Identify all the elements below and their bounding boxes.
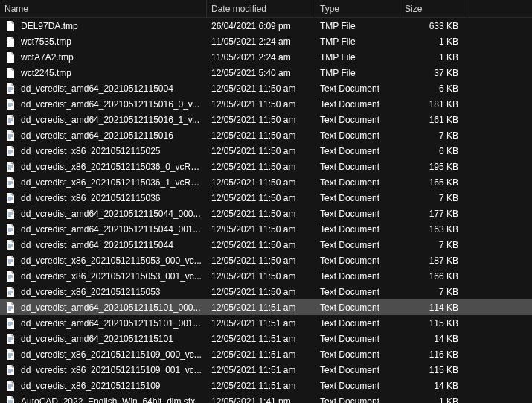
file-date-cell: 12/05/2021 11:51 am	[207, 349, 315, 360]
file-row[interactable]: dd_vcredist_x86_20210512115053_000_vc...…	[0, 253, 532, 268]
file-name-cell[interactable]: dd_vcredist_x86_20210512115109_001_vc...	[0, 364, 207, 376]
file-name-cell[interactable]: dd_vcredist_x86_20210512115025	[0, 145, 207, 157]
file-row[interactable]: dd_vcredist_amd64_20210512115101_000...1…	[0, 299, 532, 315]
file-size-cell: 7 KB	[400, 130, 467, 141]
file-name-label: dd_vcredist_x86_20210512115036	[21, 193, 161, 203]
file-name-cell[interactable]: dd_vcredist_amd64_20210512115101_001...	[0, 317, 207, 329]
file-name-cell[interactable]: wct2245.tmp	[0, 67, 207, 79]
file-row[interactable]: dd_vcredist_x86_20210512115109_000_vc...…	[0, 346, 532, 362]
file-name-cell[interactable]: dd_vcredist_x86_20210512115036_1_vcRu...	[0, 177, 207, 188]
text-file-icon	[4, 333, 16, 345]
file-name-cell[interactable]: wctA7A2.tmp	[0, 51, 207, 63]
file-name-label: AutoCAD_2022_English_Win_64bit_dlm.sfx	[21, 396, 195, 404]
file-row[interactable]: dd_vcredist_amd64_20210512115016_1_v...1…	[0, 112, 532, 127]
file-size-cell: 14 KB	[400, 334, 467, 344]
file-name-cell[interactable]: dd_vcredist_amd64_20210512115044_001...	[0, 223, 207, 235]
file-row[interactable]: dd_vcredist_amd64_20210512115044_001...1…	[0, 221, 532, 237]
file-name-cell[interactable]: DEL97DA.tmp	[0, 20, 207, 32]
file-size-cell: 7 KB	[400, 193, 467, 203]
column-header-name[interactable]: Name	[0, 0, 207, 17]
blank-file-icon	[4, 51, 16, 63]
file-date-cell: 12/05/2021 11:50 am	[207, 240, 315, 250]
file-row[interactable]: dd_vcredist_amd64_20210512115101_001...1…	[0, 315, 532, 331]
file-type-cell: Text Document	[315, 177, 400, 188]
file-name-cell[interactable]: dd_vcredist_amd64_20210512115016_1_v...	[0, 114, 207, 126]
file-size-cell: 165 KB	[400, 177, 467, 188]
column-header-size-label: Size	[405, 4, 422, 14]
file-name-cell[interactable]: dd_vcredist_amd64_20210512115101_000...	[0, 302, 207, 314]
file-size-cell: 6 KB	[400, 146, 467, 156]
file-row[interactable]: dd_vcredist_amd64_2021051211500412/05/20…	[0, 80, 532, 96]
file-name-cell[interactable]: dd_vcredist_amd64_20210512115004	[0, 83, 207, 95]
file-size-cell: 161 KB	[400, 115, 467, 125]
file-row[interactable]: wctA7A2.tmp11/05/2021 2:24 amTMP File1 K…	[0, 49, 532, 65]
file-name-cell[interactable]: dd_vcredist_x86_20210512115036	[0, 192, 207, 204]
file-name-cell[interactable]: dd_vcredist_amd64_20210512115016	[0, 130, 207, 142]
file-date-cell: 12/05/2021 11:51 am	[207, 334, 315, 344]
file-type-cell: Text Document	[315, 209, 400, 219]
file-row[interactable]: dd_vcredist_x86_20210512115053_001_vc...…	[0, 268, 532, 284]
file-name-cell[interactable]: dd_vcredist_x86_20210512115053_001_vc...	[0, 270, 207, 282]
file-type-cell: Text Document	[315, 130, 400, 141]
text-file-icon	[4, 98, 16, 110]
file-name-cell[interactable]: dd_vcredist_x86_20210512115053_000_vc...	[0, 255, 207, 267]
column-header-type[interactable]: Type	[315, 0, 400, 17]
file-name-cell[interactable]: dd_vcredist_amd64_20210512115101	[0, 333, 207, 345]
file-type-cell: TMP File	[315, 68, 400, 78]
file-name-label: dd_vcredist_x86_20210512115036_0_vcRu...	[21, 162, 202, 172]
file-row[interactable]: dd_vcredist_x86_2021051211503612/05/2021…	[0, 190, 532, 206]
file-name-label: dd_vcredist_amd64_20210512115101_001...	[21, 318, 201, 329]
file-name-label: dd_vcredist_amd64_20210512115016_1_v...	[21, 115, 199, 125]
blank-file-icon	[4, 67, 16, 79]
file-name-cell[interactable]: dd_vcredist_amd64_20210512115044	[0, 239, 207, 251]
file-date-cell: 12/05/2021 11:50 am	[207, 130, 315, 141]
file-type-cell: Text Document	[315, 334, 400, 344]
file-name-cell[interactable]: AutoCAD_2022_English_Win_64bit_dlm.sfx	[0, 396, 207, 404]
file-row[interactable]: wct7535.tmp11/05/2021 2:24 amTMP File1 K…	[0, 34, 532, 49]
file-name-cell[interactable]: dd_vcredist_amd64_20210512115044_000...	[0, 208, 207, 220]
file-row[interactable]: dd_vcredist_x86_20210512115036_0_vcRu...…	[0, 159, 532, 174]
file-row[interactable]: AutoCAD_2022_English_Win_64bit_dlm.sfx12…	[0, 393, 532, 403]
text-file-icon	[4, 270, 16, 282]
file-row[interactable]: dd_vcredist_x86_2021051211505312/05/2021…	[0, 284, 532, 299]
file-name-cell[interactable]: wct7535.tmp	[0, 36, 207, 48]
file-row[interactable]: dd_vcredist_x86_2021051211502512/05/2021…	[0, 143, 532, 159]
file-name-cell[interactable]: dd_vcredist_amd64_20210512115016_0_v...	[0, 98, 207, 110]
file-row[interactable]: dd_vcredist_x86_20210512115036_1_vcRu...…	[0, 174, 532, 190]
file-name-label: dd_vcredist_x86_20210512115053	[21, 287, 161, 297]
file-type-cell: Text Document	[315, 287, 400, 297]
file-row[interactable]: dd_vcredist_amd64_20210512115016_0_v...1…	[0, 96, 532, 112]
file-row[interactable]: dd_vcredist_amd64_2021051211501612/05/20…	[0, 127, 532, 143]
text-file-icon	[4, 130, 16, 142]
file-row[interactable]: DEL97DA.tmp26/04/2021 6:09 pmTMP File633…	[0, 18, 532, 34]
file-name-label: dd_vcredist_amd64_20210512115044	[21, 240, 173, 250]
file-row[interactable]: dd_vcredist_x86_2021051211510912/05/2021…	[0, 378, 532, 393]
column-header-row: Name Date modified Type Size	[0, 0, 532, 18]
file-row[interactable]: dd_vcredist_x86_20210512115109_001_vc...…	[0, 362, 532, 378]
file-date-cell: 12/05/2021 11:50 am	[207, 287, 315, 297]
file-name-label: dd_vcredist_x86_20210512115109_001_vc...	[21, 365, 202, 375]
text-file-icon	[4, 380, 16, 392]
file-row[interactable]: wct2245.tmp12/05/2021 5:40 amTMP File37 …	[0, 65, 532, 80]
file-name-cell[interactable]: dd_vcredist_x86_20210512115053	[0, 286, 207, 298]
file-date-cell: 12/05/2021 11:50 am	[207, 146, 315, 156]
file-row[interactable]: dd_vcredist_amd64_20210512115044_000...1…	[0, 206, 532, 221]
column-header-date[interactable]: Date modified	[207, 0, 315, 17]
file-date-cell: 11/05/2021 2:24 am	[207, 37, 315, 47]
file-name-label: wctA7A2.tmp	[21, 52, 74, 63]
file-row[interactable]: dd_vcredist_amd64_2021051211504412/05/20…	[0, 237, 532, 253]
column-header-size[interactable]: Size	[400, 0, 467, 17]
file-name-cell[interactable]: dd_vcredist_x86_20210512115109	[0, 380, 207, 392]
file-date-cell: 12/05/2021 11:50 am	[207, 177, 315, 188]
file-type-cell: Text Document	[315, 224, 400, 235]
file-row[interactable]: dd_vcredist_amd64_2021051211510112/05/20…	[0, 331, 532, 346]
file-type-cell: TMP File	[315, 52, 400, 63]
file-name-cell[interactable]: dd_vcredist_x86_20210512115109_000_vc...	[0, 349, 207, 361]
column-header-date-label: Date modified	[211, 4, 266, 14]
file-type-cell: Text Document	[315, 240, 400, 250]
file-type-cell: Text Document	[315, 302, 400, 313]
file-name-cell[interactable]: dd_vcredist_x86_20210512115036_0_vcRu...	[0, 161, 207, 173]
file-list-table: Name Date modified Type Size DEL97DA.tmp…	[0, 0, 532, 403]
file-size-cell: 166 KB	[400, 271, 467, 282]
file-name-label: wct2245.tmp	[21, 68, 71, 78]
